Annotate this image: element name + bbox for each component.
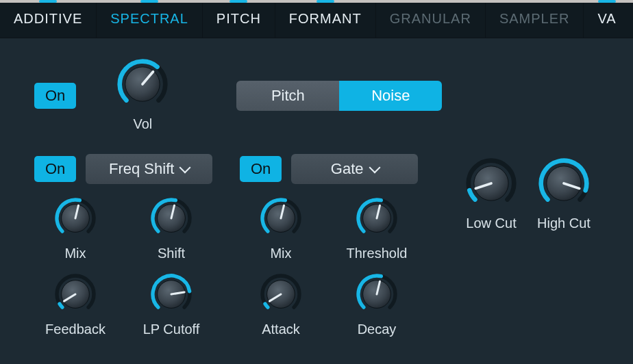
tab-marker [229, 0, 247, 3]
tab-pitch[interactable]: PITCH [203, 0, 275, 38]
tab-label: PITCH [216, 11, 261, 27]
tab-additive[interactable]: ADDITIVE [0, 0, 96, 38]
tab-formant[interactable]: FORMANT [275, 0, 375, 38]
tab-spectral[interactable]: SPECTRAL [97, 0, 202, 38]
tab-marker [140, 0, 158, 3]
tab-granular: GRANULAR [376, 0, 485, 38]
tab-va[interactable]: VA [584, 0, 630, 38]
tab-marker [316, 0, 334, 3]
tab-marker [525, 0, 543, 3]
tab-label: SPECTRAL [110, 11, 188, 27]
tab-marker [598, 0, 616, 3]
tab-label: ADDITIVE [14, 11, 82, 27]
tab-bar: ADDITIVESPECTRALPITCHFORMANTGRANULARSAMP… [0, 0, 633, 38]
tab-marker [421, 0, 439, 3]
tab-marker [39, 0, 57, 3]
tab-label: GRANULAR [390, 11, 471, 27]
tab-label: VA [597, 11, 616, 27]
tab-label: SAMPLER [499, 11, 570, 27]
tab-label: FORMANT [289, 11, 362, 27]
tab-sampler: SAMPLER [486, 0, 584, 38]
